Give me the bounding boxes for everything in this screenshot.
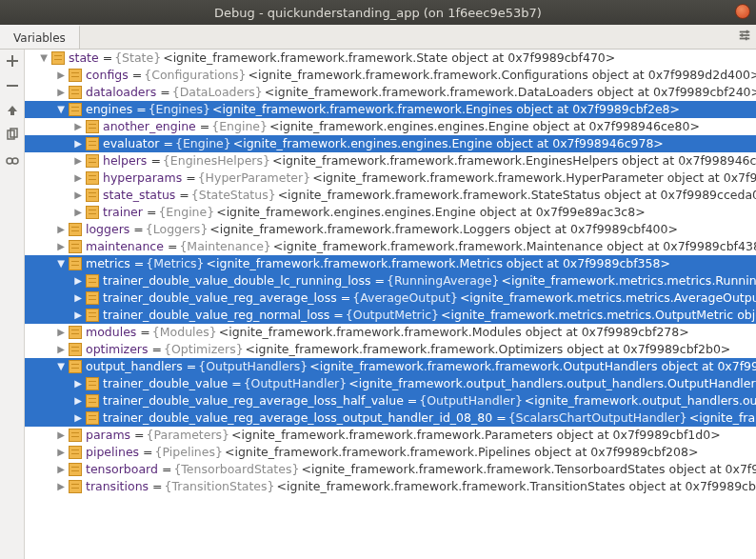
chevron-down-icon[interactable]: ▼ — [55, 255, 67, 272]
var-row-loggers[interactable]: ▶loggers = {Loggers} <ignite_framework.f… — [25, 221, 756, 238]
up-icon[interactable] — [5, 103, 20, 118]
variable-repr: <ignite_framework.framework.framework.Tr… — [277, 478, 756, 495]
variable-type: {Engine} — [175, 135, 231, 152]
chevron-right-icon[interactable]: ▶ — [55, 478, 67, 495]
variable-type: {DataLoaders} — [172, 84, 263, 101]
chevron-down-icon[interactable]: ▼ — [38, 50, 50, 67]
remove-watch-icon[interactable] — [5, 78, 20, 93]
var-row-oh-half-value[interactable]: ▶trainer_double_value_reg_average_loss_h… — [25, 392, 756, 409]
variable-name: transitions — [86, 478, 149, 495]
variable-repr: <ignite_framework.framework.framework.Pa… — [231, 427, 721, 444]
svg-rect-1 — [740, 34, 750, 36]
variable-type: {Maintenance} — [179, 238, 270, 255]
chevron-right-icon[interactable]: ▶ — [55, 238, 67, 255]
chevron-right-icon[interactable]: ▶ — [55, 444, 67, 461]
var-row-transitions[interactable]: ▶transitions = {TransitionStates} <ignit… — [25, 478, 756, 495]
var-row-dataloaders[interactable]: ▶dataloaders = {DataLoaders} <ignite_fra… — [25, 84, 756, 101]
chevron-right-icon[interactable]: ▶ — [72, 392, 84, 409]
variable-repr: <ignite_framework.metrics.metrics.Averag… — [460, 289, 756, 307]
chevron-down-icon[interactable]: ▼ — [55, 101, 67, 118]
variable-name: pipelines — [86, 444, 139, 461]
variable-repr: <ignite_framework.metrics.metrics.Runnin… — [501, 272, 756, 289]
panel-settings-button[interactable] — [733, 25, 756, 49]
chevron-right-icon[interactable]: ▶ — [55, 84, 67, 101]
object-icon — [86, 274, 99, 288]
var-row-metric-running-avg[interactable]: ▶trainer_double_value_double_lc_running_… — [25, 272, 756, 289]
var-row-helpers[interactable]: ▶helpers = {EnginesHelpers} <ignite_fram… — [25, 152, 756, 170]
var-row-tensorboard[interactable]: ▶tensorboard = {TensorboardStates} <igni… — [25, 461, 756, 478]
var-row-another-engine[interactable]: ▶another_engine = {Engine} <ignite_frame… — [25, 118, 756, 135]
var-row-state-status[interactable]: ▶state_status = {StateStatus} <ignite_fr… — [25, 187, 756, 204]
chevron-right-icon[interactable]: ▶ — [72, 375, 84, 392]
variable-repr: <ignite_framework.framework.framework.Te… — [301, 461, 756, 478]
glasses-icon[interactable] — [5, 152, 20, 168]
var-row-metric-output[interactable]: ▶trainer_double_value_reg_normal_loss = … — [25, 307, 756, 324]
svg-rect-5 — [746, 37, 747, 41]
svg-point-13 — [7, 158, 12, 164]
variable-repr: <ignite_framework.framework.framework.Hy… — [312, 170, 756, 187]
chevron-right-icon[interactable]: ▶ — [72, 118, 84, 135]
object-icon — [86, 206, 99, 219]
var-row-state[interactable]: ▼state = {State} <ignite_framework.frame… — [25, 50, 756, 67]
window-title: Debug - quickunderstanding_app (on 1f6ee… — [214, 6, 542, 20]
chevron-right-icon[interactable]: ▶ — [72, 307, 84, 324]
var-row-oh-trainer-double-value[interactable]: ▶trainer_double_value = {OutputHandler} … — [25, 375, 756, 392]
variable-name: trainer_double_value_reg_average_loss_ha… — [103, 392, 404, 409]
var-row-evaluator[interactable]: ▶evaluator = {Engine} <ignite_framework.… — [25, 135, 756, 152]
var-row-trainer[interactable]: ▶trainer = {Engine} <ignite_framework.en… — [25, 204, 756, 221]
variables-tree[interactable]: ▼state = {State} <ignite_framework.frame… — [25, 50, 756, 559]
var-row-maintenance[interactable]: ▶maintenance = {Maintenance} <ignite_fra… — [25, 238, 756, 255]
chevron-right-icon[interactable]: ▶ — [72, 170, 84, 187]
object-icon — [86, 120, 99, 133]
var-row-configs[interactable]: ▶configs = {Configurations} <ignite_fram… — [25, 67, 756, 84]
variable-name: loggers — [86, 221, 129, 238]
variable-repr: <ignite_framework.framework.framework.Pi… — [225, 444, 698, 461]
variable-name: trainer_double_value — [103, 375, 228, 392]
chevron-right-icon[interactable]: ▶ — [55, 427, 67, 444]
variable-name: configs — [86, 67, 129, 84]
chevron-right-icon[interactable]: ▶ — [72, 135, 84, 152]
close-icon[interactable] — [735, 4, 750, 19]
duplicate-icon[interactable] — [5, 128, 20, 143]
chevron-right-icon[interactable]: ▶ — [55, 324, 67, 341]
var-row-metric-avg-output[interactable]: ▶trainer_double_value_reg_average_loss =… — [25, 289, 756, 307]
variable-name: maintenance — [86, 238, 164, 255]
variable-type: {OutputHandler} — [244, 375, 348, 392]
variable-name: trainer_double_value_double_lc_running_l… — [103, 272, 371, 289]
chevron-right-icon[interactable]: ▶ — [72, 187, 84, 204]
chevron-right-icon[interactable]: ▶ — [55, 461, 67, 478]
add-watch-icon[interactable] — [5, 53, 20, 69]
var-row-engines[interactable]: ▼engines = {Engines} <ignite_framework.f… — [25, 101, 756, 118]
variable-repr: <ignite_framework.engines.engines.Engine… — [269, 118, 700, 135]
var-row-output-handlers[interactable]: ▼output_handlers = {OutputHandlers} <ign… — [25, 358, 756, 375]
chevron-right-icon[interactable]: ▶ — [72, 409, 84, 427]
var-row-pipelines[interactable]: ▶pipelines = {Pipelines} <ignite_framewo… — [25, 444, 756, 461]
tab-variables[interactable]: Variables — [0, 25, 80, 49]
variable-name: optimizers — [86, 341, 149, 358]
chevron-right-icon[interactable]: ▶ — [72, 289, 84, 307]
variable-type: {HyperParameter} — [198, 170, 311, 187]
var-row-hyperparams[interactable]: ▶hyperparams = {HyperParameter} <ignite_… — [25, 170, 756, 187]
chevron-right-icon[interactable]: ▶ — [72, 272, 84, 289]
object-icon — [69, 86, 82, 99]
object-icon — [69, 103, 82, 116]
var-row-oh-scalars-chart[interactable]: ▶trainer_double_value_reg_average_loss_o… — [25, 409, 756, 427]
variable-name: engines — [86, 101, 132, 118]
chevron-right-icon[interactable]: ▶ — [55, 67, 67, 84]
chevron-right-icon[interactable]: ▶ — [72, 204, 84, 221]
var-row-params[interactable]: ▶params = {Parameters} <ignite_framework… — [25, 427, 756, 444]
var-row-metrics[interactable]: ▼metrics = {Metrics} <ignite_framework.f… — [25, 255, 756, 272]
chevron-down-icon[interactable]: ▼ — [55, 358, 67, 375]
chevron-right-icon[interactable]: ▶ — [55, 221, 67, 238]
variable-repr: <ignite_framework.framework.framework.Co… — [248, 67, 756, 84]
var-row-optimizers[interactable]: ▶optimizers = {Optimizers} <ignite_frame… — [25, 341, 756, 358]
object-icon — [69, 446, 82, 459]
svg-rect-3 — [746, 30, 748, 34]
chevron-right-icon[interactable]: ▶ — [55, 341, 67, 358]
object-icon — [69, 463, 82, 476]
variable-repr: <ignite_framework.engines.engines.Engine… — [216, 204, 645, 221]
variable-repr: <ignite_framework.framework.framework.Op… — [246, 341, 731, 358]
chevron-right-icon[interactable]: ▶ — [72, 152, 84, 170]
variable-type: {AverageOutput} — [352, 289, 458, 307]
var-row-modules[interactable]: ▶modules = {Modules} <ignite_framework.f… — [25, 324, 756, 341]
